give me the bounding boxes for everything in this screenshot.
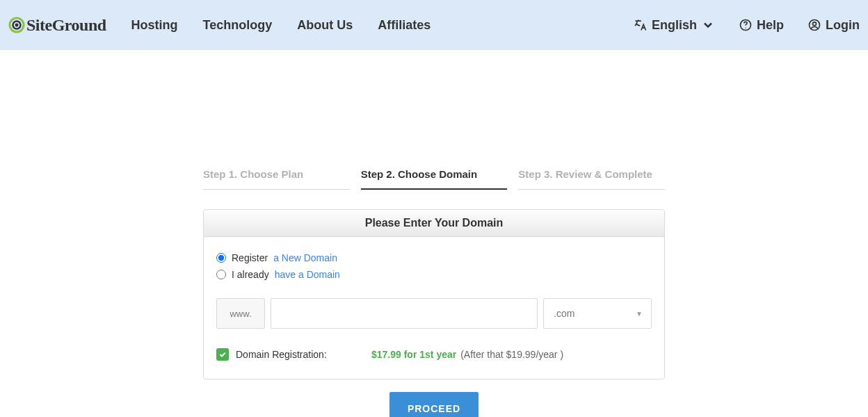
- step-3-review-complete[interactable]: Step 3. Review & Complete: [518, 168, 665, 190]
- nav-about-us[interactable]: About Us: [297, 18, 353, 33]
- tld-value: .com: [554, 308, 574, 319]
- domain-registration-row: Domain Registration: $17.99 for 1st year…: [216, 348, 652, 361]
- registration-label: Domain Registration:: [236, 349, 371, 360]
- tld-select[interactable]: .com ▼: [543, 298, 652, 329]
- www-prefix: www.: [216, 298, 265, 329]
- translate-icon: [634, 18, 648, 32]
- logo-icon: [8, 17, 25, 33]
- svg-point-6: [813, 22, 817, 26]
- registration-price: $17.99 for 1st year: [371, 349, 456, 360]
- language-switcher[interactable]: English: [634, 18, 715, 33]
- radio-have-link: have a Domain: [275, 269, 340, 280]
- help-label: Help: [757, 18, 784, 33]
- registration-after: (After that $19.99/year ): [460, 349, 563, 360]
- help-link[interactable]: Help: [739, 18, 784, 33]
- header: SiteGround Hosting Technology About Us A…: [0, 0, 868, 50]
- nav-technology[interactable]: Technology: [203, 18, 273, 33]
- nav-hosting[interactable]: Hosting: [131, 18, 178, 33]
- nav-affiliates[interactable]: Affiliates: [378, 18, 431, 33]
- step-1-choose-plan[interactable]: Step 1. Choose Plan: [203, 168, 350, 190]
- domain-input-row: www. .com ▼: [216, 298, 652, 329]
- card-body: Register a New Domain I already have a D…: [204, 237, 664, 379]
- progress-steps: Step 1. Choose Plan Step 2. Choose Domai…: [203, 168, 665, 190]
- check-icon: [218, 350, 227, 359]
- svg-point-2: [15, 24, 19, 27]
- user-icon: [807, 18, 821, 32]
- header-right: English Help Login: [634, 18, 860, 33]
- card-title: Please Enter Your Domain: [204, 210, 664, 237]
- caret-down-icon: ▼: [636, 310, 643, 318]
- brand-logo[interactable]: SiteGround: [8, 16, 106, 35]
- radio-have-input[interactable]: [216, 270, 226, 279]
- main-nav: Hosting Technology About Us Affiliates: [131, 18, 431, 33]
- svg-point-4: [745, 28, 746, 28]
- domain-input[interactable]: [271, 298, 538, 329]
- radio-register-link: a New Domain: [273, 252, 337, 263]
- login-label: Login: [826, 18, 860, 33]
- radio-register-pre: Register: [232, 252, 268, 263]
- language-label: English: [652, 18, 697, 33]
- radio-register-input[interactable]: [216, 253, 226, 263]
- proceed-button[interactable]: PROCEED: [389, 392, 479, 417]
- main-content: Step 1. Choose Plan Step 2. Choose Domai…: [203, 168, 665, 417]
- help-icon: [739, 18, 753, 32]
- radio-register-new-domain[interactable]: Register a New Domain: [216, 252, 652, 263]
- brand-text: SiteGround: [26, 16, 106, 35]
- login-link[interactable]: Login: [807, 18, 860, 33]
- chevron-down-icon: [701, 18, 715, 32]
- radio-have-pre: I already: [232, 269, 269, 280]
- step-2-choose-domain[interactable]: Step 2. Choose Domain: [361, 168, 508, 190]
- registration-checkbox[interactable]: [216, 348, 229, 361]
- proceed-wrap: PROCEED: [203, 392, 665, 417]
- domain-card: Please Enter Your Domain Register a New …: [203, 209, 665, 379]
- radio-have-domain[interactable]: I already have a Domain: [216, 269, 652, 280]
